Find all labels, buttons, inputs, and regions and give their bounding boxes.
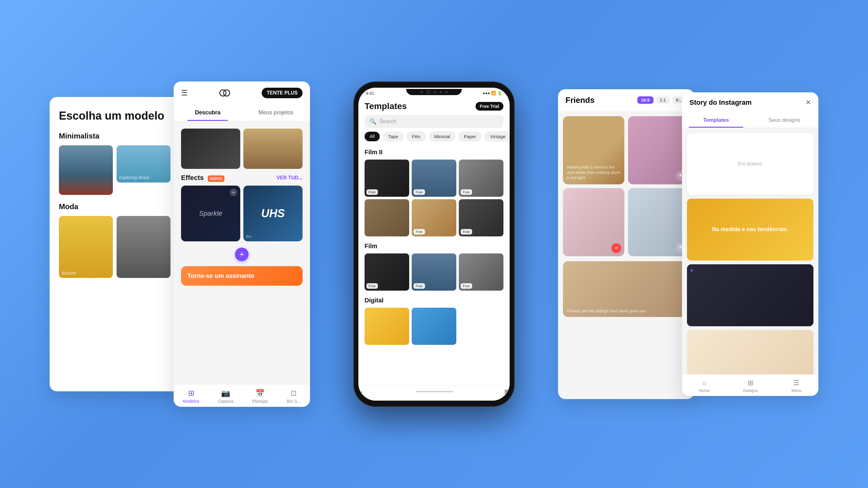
nav-modelos[interactable]: ⊞ Modelos [183, 389, 199, 404]
templates-header: Templates Free Trial [359, 99, 509, 115]
friends-wide-card-text: Friends are the siblings God never gave … [567, 308, 647, 313]
effects-title-row: Effects NOVO [181, 174, 224, 182]
captura-label: Captura [218, 399, 234, 404]
digital-thumb-2[interactable] [412, 308, 456, 345]
overlap-badge: ↺ [611, 243, 621, 253]
home-label: Home [699, 388, 710, 393]
modelos-label: Modelos [183, 399, 199, 404]
minimalista-grid: Exploring Brasil [59, 145, 170, 195]
friend-card-flowers[interactable]: ↺ [563, 188, 624, 256]
subscribe-banner[interactable]: Torne-se um assinante [181, 266, 303, 286]
captura-icon: 📷 [221, 389, 230, 397]
center-left-content: Effects NOVO VER TUD... + film + Torne-s… [174, 121, 310, 299]
chip-all[interactable]: All [365, 132, 380, 141]
friends-wide-card[interactable]: Friends are the siblings God never gave … [563, 261, 689, 317]
effect-sparkle[interactable]: + [181, 186, 240, 241]
search-placeholder: Search [379, 118, 396, 125]
digital-thumb-1[interactable] [365, 308, 409, 345]
plus-icon-sparkle[interactable]: + [230, 189, 237, 196]
tente-plus-button[interactable]: TENTE PLUS [261, 88, 303, 98]
film2-thumb-5[interactable]: Free [412, 199, 456, 236]
notch-dot-4 [445, 91, 447, 93]
chip-minimal[interactable]: Minimal [429, 132, 456, 141]
friend-card-girls[interactable]: 👁 [628, 116, 689, 184]
story-nav-designs[interactable]: ⊞ Designs [743, 379, 758, 393]
film2-thumb-6[interactable]: Free [459, 199, 503, 236]
designs-label: Designs [743, 388, 758, 393]
main-scene: Escolha um modelo Minimalista Exploring … [31, 27, 837, 461]
effect-uhs[interactable]: film [243, 186, 303, 241]
phone-shell: 9:41 ●●● 📶 🔋 Templates Free Trial 🔍 Sear… [353, 82, 515, 407]
phone-screen: 9:41 ●●● 📶 🔋 Templates Free Trial 🔍 Sear… [359, 88, 509, 401]
tab-templates[interactable]: Templates [682, 113, 750, 128]
story-title: Story do Instagram [689, 99, 751, 106]
effects-grid: + film [181, 186, 303, 241]
preview-bw[interactable] [181, 129, 240, 169]
exploring-label: Exploring Brasil [117, 145, 170, 183]
tab-descubra[interactable]: Descubra [174, 104, 242, 121]
overview-btn[interactable]: ⊞ [504, 388, 509, 395]
tab-meus-projetos[interactable]: Meus projetos [242, 104, 310, 121]
effects-badge: NOVO [208, 175, 224, 182]
free-tag-f2: Free [413, 283, 425, 289]
story-bottom-nav: ⌂ Home ⊞ Designs ☰ Menu [682, 374, 818, 396]
fab-plus[interactable]: + [235, 248, 249, 261]
status-time: 9:41 [366, 91, 374, 96]
effects-grid-wrapper: + film + [181, 186, 303, 261]
nav-captura[interactable]: 📷 Captura [218, 389, 234, 404]
film2-thumb-4[interactable] [365, 199, 409, 236]
story-nav-menu[interactable]: ☰ Menu [792, 379, 802, 393]
story-card-dark[interactable]: ▶ [687, 264, 813, 326]
nav-bio[interactable]: ⊡ Bio S... [287, 389, 301, 404]
story-nav-home[interactable]: ⌂ Home [699, 379, 710, 393]
minimalista-label: Minimalista [59, 132, 170, 140]
chip-tape[interactable]: Tape [383, 132, 404, 141]
thumb-fashion-gray[interactable] [117, 216, 170, 278]
modelos-icon: ⊞ [188, 389, 194, 397]
film-thumb-2[interactable]: Free [412, 254, 456, 291]
free-trial-badge[interactable]: Free Trial [475, 102, 503, 110]
film2-thumb-3[interactable]: Free [459, 160, 503, 197]
blank-label: Em branco [738, 161, 762, 167]
phone-notch [406, 89, 462, 95]
panel-tabs: Descubra Meus projetos [174, 104, 310, 121]
menu-icon-story: ☰ [793, 379, 800, 387]
preview-portrait[interactable] [243, 129, 303, 169]
tab-seus-designs[interactable]: Seus designs [750, 113, 818, 128]
phone-bottom-bar: ← ⊞ [359, 385, 509, 401]
story-card-yellow[interactable]: Na medida e nas tendências. [687, 199, 813, 261]
film-thumb-1[interactable]: Free [365, 254, 409, 291]
free-tag-f3: Free [461, 283, 472, 289]
notch-dot-2 [434, 91, 436, 93]
film2-thumb-2[interactable]: Free [412, 160, 456, 197]
effects-title: Effects [181, 174, 204, 182]
center-left-topbar: ☰ TENTE PLUS [174, 82, 310, 104]
friend-card-couple[interactable]: Walking with a friend is the dark better… [563, 116, 624, 184]
templates-scroll[interactable]: Film II Free Free Free Free [359, 146, 509, 394]
chip-film[interactable]: Film [406, 132, 426, 141]
phone-device: 9:41 ●●● 📶 🔋 Templates Free Trial 🔍 Sear… [353, 82, 515, 407]
film2-thumb-1[interactable]: Free [365, 160, 409, 197]
friends-title: Friends [565, 95, 595, 105]
nav-planejar[interactable]: 📅 Planejar [252, 389, 268, 404]
filter-chips: All Tape Film Minimal Paper Vintage [359, 132, 509, 146]
chip-vintage[interactable]: Vintage [485, 132, 509, 141]
ver-tudo-link[interactable]: VER TUD... [277, 175, 303, 181]
thumb-fashion-yellow[interactable]: Autumn [59, 216, 113, 278]
home-indicator[interactable] [416, 391, 453, 392]
ratio-1-1[interactable]: 1:1 [656, 96, 670, 104]
friend-card-yoga[interactable]: 👁 [628, 188, 689, 256]
film-title: Film [365, 242, 503, 250]
film-thumb-3[interactable]: Free [459, 254, 503, 291]
back-btn[interactable]: ← [359, 388, 365, 395]
thumb-lake[interactable]: Exploring Brasil [117, 145, 170, 183]
ratio-16-9[interactable]: 16:9 [638, 96, 653, 104]
blank-card[interactable]: Em branco [687, 133, 813, 195]
dark-card-badge: ▶ [691, 268, 693, 272]
close-button[interactable]: ✕ [805, 99, 811, 106]
chip-paper[interactable]: Paper [459, 132, 482, 141]
search-bar[interactable]: 🔍 Search [365, 115, 503, 128]
logo [217, 89, 232, 97]
thumb-mountains[interactable] [59, 145, 113, 195]
menu-icon[interactable]: ☰ [181, 89, 188, 97]
